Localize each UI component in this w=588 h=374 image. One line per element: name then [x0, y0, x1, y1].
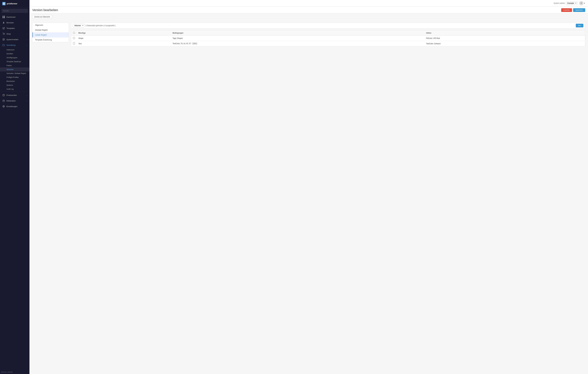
row-bedingungen: TextColor: 79, 14, 97, 57 CMYK — [171, 41, 424, 46]
sidebar-item-label: Templates — [6, 27, 15, 29]
sidebar-sub-mandanten[interactable]: Mandanten — [0, 79, 30, 83]
logo-text: printformer — [7, 2, 17, 5]
table-row: Shape Tags: Shape1 FillColor: JPS Red — [71, 36, 585, 41]
row-checkbox-cell — [71, 41, 77, 46]
svg-rect-4 — [2, 16, 3, 17]
image-icon — [2, 38, 5, 41]
chevron-icon: ‹ — [27, 28, 27, 29]
logo-icon — [2, 2, 6, 5]
svg-rect-2 — [3, 4, 4, 5]
chevron-icon: ‹ — [27, 39, 27, 40]
right-panel: Aktionen 2 Datensätze gefunden ( 0 ausge… — [71, 22, 585, 372]
row-checkbox-cell — [71, 36, 77, 41]
select-all-checkbox[interactable] — [73, 32, 75, 34]
page-title: Version bearbeiten — [32, 8, 58, 12]
cmyk-badge: CMYK — [192, 43, 197, 45]
row-blocktyp: Text — [77, 41, 171, 46]
sidebar-item-benutzer[interactable]: Benutzer ‹ — [0, 20, 30, 25]
toolbar: Aktionen 2 Datensätze gefunden ( 0 ausge… — [71, 22, 585, 29]
tab-allgemein[interactable]: Allgemein — [32, 22, 69, 28]
sidebar-item-label: Verwaltung — [6, 44, 15, 46]
sidebar-sub-preflight-profiles[interactable]: Preflight Profiles — [0, 75, 30, 79]
content-area: Allgemein Globale Regeln Lokale Regeln T… — [30, 20, 588, 374]
col-checkbox — [71, 31, 77, 36]
sidebar-sub-schriften[interactable]: Schriften — [0, 52, 30, 56]
tab-template-zuweisung[interactable]: Template Zuweisung — [32, 37, 69, 42]
edit-icon — [2, 27, 5, 30]
actions-select[interactable]: Aktionen — [73, 24, 84, 27]
svg-rect-7 — [4, 17, 5, 18]
col-blocktyp: Blocktyp — [77, 31, 171, 36]
svg-rect-0 — [3, 3, 4, 3]
sidebar-sub-template-datakeys[interactable]: Template DataKeys — [0, 60, 30, 64]
sidebar-sub-varianten-globale-regeln[interactable]: Varianten: Globale Regeln — [0, 71, 30, 75]
back-button[interactable]: Zurück zur Übersicht — [32, 15, 52, 19]
user-icon — [2, 21, 5, 24]
row-bedingungen: Tags: Shape1 — [171, 36, 424, 41]
sidebar-item-dashboard[interactable]: Dashboard — [0, 14, 30, 20]
sidebar-item-einstellungen[interactable]: Einstellungen — [0, 104, 30, 109]
svg-rect-5 — [4, 16, 5, 17]
row-checkbox[interactable] — [73, 42, 75, 44]
records-info: 2 Datensätze gefunden ( 0 ausgewählt ) — [85, 25, 116, 27]
svg-rect-13 — [3, 95, 4, 96]
sidebar-item-produzenten[interactable]: Produzenten ‹ — [0, 92, 30, 98]
sidebar-sub-schriftgruppen[interactable]: Schriftgruppen — [0, 56, 30, 60]
tab-lokale-regeln[interactable]: Lokale Regeln — [32, 32, 69, 37]
sidebar-sub-farben[interactable]: Farben — [0, 64, 30, 67]
chevron-icon: ‹ — [27, 95, 27, 96]
sidebar-item-deklaration[interactable]: Deklaration ‹ — [0, 98, 30, 104]
folder-icon — [2, 44, 5, 46]
dropdown-arrow-icon: ▼ — [584, 2, 585, 4]
chevron-icon: ‹ — [27, 100, 27, 102]
toolbar-left: Aktionen 2 Datensätze gefunden ( 0 ausge… — [73, 24, 116, 27]
declaration-icon — [2, 99, 5, 102]
calendar-icon — [2, 94, 5, 96]
save-button[interactable]: Speichern — [573, 8, 585, 12]
svg-point-22 — [581, 2, 582, 3]
avatar — [579, 1, 583, 5]
header-actions: Löschen Speichern — [561, 8, 585, 12]
version-info: pf3k-dev_c0019db — [1, 371, 13, 373]
search-container — [0, 7, 30, 14]
svg-point-8 — [3, 22, 4, 22]
sidebar-item-label: Einstellungen — [6, 105, 17, 107]
delete-button[interactable]: Löschen — [561, 8, 572, 12]
row-blocktyp: Shape — [77, 36, 171, 41]
svg-point-21 — [3, 106, 4, 107]
sidebar-item-label: Deklaration — [6, 100, 16, 102]
new-button[interactable]: Neu — [576, 24, 583, 27]
row-aktion: TextColor: Schwarz — [424, 41, 585, 46]
sidebar-sub-addressen[interactable]: Addressen — [0, 48, 30, 52]
sidebar-item-label: Systemmedien — [6, 38, 19, 41]
svg-rect-6 — [2, 17, 3, 18]
shop-icon — [2, 32, 5, 35]
svg-point-12 — [3, 39, 3, 39]
row-checkbox[interactable] — [73, 37, 75, 39]
chevron-icon: ‹ — [27, 33, 27, 35]
chevron-down-icon: ⌄ — [26, 44, 27, 46]
divider — [0, 92, 30, 92]
system-select[interactable]: Example — [566, 1, 578, 5]
sidebar-sub-varianten[interactable]: Varianten — [0, 67, 30, 71]
sidebar-item-systemmedien[interactable]: Systemmedien ‹ — [0, 37, 30, 42]
chevron-icon: ‹ — [27, 22, 27, 23]
sidebar-item-label: Dashboard — [6, 16, 15, 18]
system-label: System wählen — [554, 2, 565, 4]
user-dropdown-button[interactable]: ▼ — [584, 2, 585, 4]
col-bedingungen: Bedingungen — [171, 31, 424, 36]
sidebar-item-templates[interactable]: Templates ‹ — [0, 25, 30, 31]
row-aktion: FillColor: JPS Red — [424, 36, 585, 41]
svg-rect-3 — [4, 4, 5, 5]
svg-rect-1 — [4, 3, 5, 3]
sidebar-item-label: Shop — [6, 33, 11, 35]
tab-globale-regeln[interactable]: Globale Regeln — [32, 28, 69, 32]
topbar: System wählen Example ▼ — [30, 0, 588, 7]
sidebar-item-label: Benutzer — [6, 21, 14, 24]
sidebar-item-shop[interactable]: Shop ‹ — [0, 31, 30, 37]
col-aktion: Aktion — [424, 31, 585, 36]
search-input[interactable] — [2, 9, 28, 13]
sidebar-sub-systeme[interactable]: Systeme — [0, 83, 30, 87]
sidebar-item-verwaltung[interactable]: Verwaltung ⌄ — [0, 42, 30, 48]
sidebar-sub-audit-log[interactable]: Audit Log — [0, 87, 30, 91]
